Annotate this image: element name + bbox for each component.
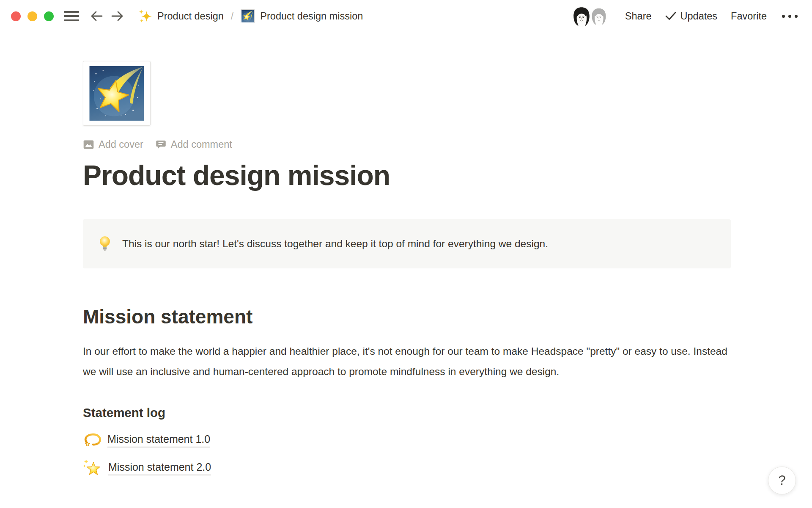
sparkles-icon	[138, 8, 152, 24]
glowing-star-emoji-icon	[83, 458, 102, 478]
list-item: Mission statement 2.0	[83, 458, 731, 479]
avatar	[571, 6, 592, 27]
checkmark-icon	[665, 11, 676, 21]
page-content: Add cover Add comment Product design mis…	[83, 61, 731, 479]
breadcrumb: Product design / Product design mission	[138, 8, 363, 24]
page-icon-shooting-star[interactable]	[83, 61, 151, 126]
speech-bubble-icon	[155, 139, 167, 150]
updates-button[interactable]: Updates	[665, 11, 718, 22]
help-button[interactable]: ?	[768, 467, 796, 494]
sidebar-menu-icon[interactable]	[64, 11, 79, 21]
mission-statement-body[interactable]: In our effort to make the world a happie…	[83, 341, 731, 381]
breadcrumb-separator: /	[229, 11, 236, 22]
add-cover-button[interactable]: Add cover	[83, 139, 143, 150]
page-title[interactable]: Product design mission	[83, 158, 731, 192]
share-button[interactable]: Share	[625, 11, 652, 22]
collaborator-avatars[interactable]	[571, 5, 611, 27]
forward-arrow-icon[interactable]	[110, 10, 124, 22]
avatar	[590, 7, 608, 26]
minimize-window-button[interactable]	[27, 11, 37, 21]
favorite-button[interactable]: Favorite	[731, 11, 767, 22]
add-comment-button[interactable]: Add comment	[155, 139, 232, 150]
window-title-bar: Product design / Product design mission …	[0, 0, 812, 32]
back-arrow-icon[interactable]	[90, 10, 104, 22]
breadcrumb-current-page[interactable]: Product design mission	[260, 11, 363, 22]
window-controls	[11, 11, 54, 21]
callout-block[interactable]: This is our north star! Let's discuss to…	[83, 219, 731, 268]
dizzy-emoji-icon	[83, 431, 102, 450]
breadcrumb-parent-link[interactable]: Product design	[157, 11, 224, 22]
callout-text: This is our north star! Let's discuss to…	[122, 238, 548, 250]
shooting-star-icon	[241, 9, 255, 23]
close-window-button[interactable]	[11, 11, 21, 21]
light-bulb-icon	[99, 236, 111, 252]
page-meta-actions: Add cover Add comment	[83, 137, 731, 152]
zoom-window-button[interactable]	[44, 11, 54, 21]
page-link[interactable]: Mission statement 1.0	[107, 433, 210, 447]
page-link[interactable]: Mission statement 2.0	[108, 461, 211, 475]
list-item: Mission statement 1.0	[83, 430, 731, 451]
image-icon	[83, 139, 94, 150]
question-mark-icon: ?	[778, 473, 785, 488]
statement-log-heading[interactable]: Statement log	[83, 404, 731, 421]
mission-statement-heading[interactable]: Mission statement	[83, 305, 731, 329]
more-options-button[interactable]	[782, 10, 798, 22]
statement-log-list: Mission statement 1.0 Mission statement …	[83, 430, 731, 479]
